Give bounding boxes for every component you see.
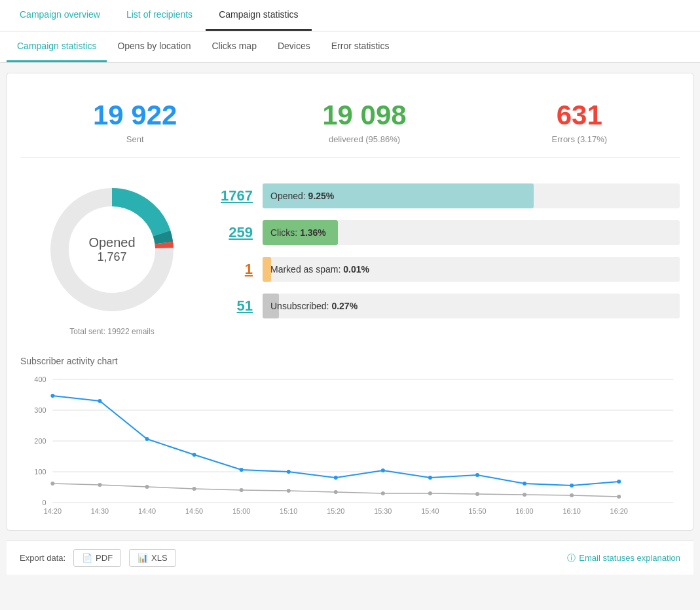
svg-point-20 — [334, 476, 338, 480]
subtab-clicks-map[interactable]: Clicks map — [201, 31, 267, 62]
bar-row-spam: 1 Marked as spam: 0.01% — [217, 257, 680, 282]
bar-number-clicks[interactable]: 259 — [217, 224, 253, 241]
svg-text:14:30: 14:30 — [91, 507, 109, 515]
subtab-opens-location[interactable]: Opens by location — [107, 31, 201, 62]
svg-point-36 — [475, 492, 479, 496]
svg-point-35 — [428, 491, 432, 495]
stat-errors: 631 Errors (3.17%) — [552, 100, 608, 144]
chart-section: Subscriber activity chart 400 300 200 10… — [20, 349, 680, 517]
email-status-link[interactable]: ⓘ Email statuses explanation — [567, 552, 680, 564]
bar-container-opened: Opened: 9.25% — [263, 183, 680, 208]
bar-container-clicks: Clicks: 1.36% — [263, 220, 680, 245]
bar-label-unsub: Unsubscribed: 0.27% — [263, 301, 358, 311]
sent-label: Sent — [93, 134, 177, 144]
svg-text:100: 100 — [34, 468, 46, 476]
svg-point-32 — [287, 489, 291, 493]
donut-label: Opened — [88, 235, 135, 250]
email-status-label: Email statuses explanation — [579, 553, 680, 563]
footer: Export data: 📄 PDF 📊 XLS ⓘ Email statuse… — [7, 541, 693, 575]
svg-text:16:20: 16:20 — [610, 507, 628, 515]
pdf-icon: 📄 — [82, 553, 92, 563]
xls-label: XLS — [151, 553, 168, 563]
errors-value: 631 — [552, 100, 608, 131]
footer-left: Export data: 📄 PDF 📊 XLS — [20, 549, 176, 567]
svg-text:16:00: 16:00 — [515, 507, 533, 515]
sub-tabs-container: Campaign statistics Opens by location Cl… — [0, 31, 700, 63]
bar-label-opened: Opened: 9.25% — [263, 191, 334, 201]
tab-list-recipients[interactable]: List of recipients — [113, 0, 206, 31]
svg-point-22 — [428, 476, 432, 480]
donut-total: Total sent: 19922 emails — [69, 327, 154, 336]
svg-text:15:50: 15:50 — [468, 507, 486, 515]
pdf-label: PDF — [96, 553, 113, 563]
info-icon: ⓘ — [567, 552, 576, 564]
svg-text:16:10: 16:10 — [563, 507, 581, 515]
export-pdf-button[interactable]: 📄 PDF — [73, 549, 121, 567]
bar-container-unsub: Unsubscribed: 0.27% — [263, 294, 680, 318]
stats-row: 19 922 Sent 19 098 delivered (95.86%) 63… — [20, 86, 680, 158]
bar-row-clicks: 259 Clicks: 1.36% — [217, 220, 680, 245]
svg-point-27 — [50, 482, 54, 486]
subtab-devices[interactable]: Devices — [267, 31, 321, 62]
svg-point-30 — [193, 487, 196, 491]
bar-row-opened: 1767 Opened: 9.25% — [217, 183, 680, 208]
chart-area: 400 300 200 100 0 — [20, 373, 680, 517]
svg-text:14:50: 14:50 — [185, 507, 203, 515]
svg-point-26 — [617, 480, 621, 484]
bar-number-unsub[interactable]: 51 — [217, 297, 253, 315]
svg-point-34 — [381, 491, 385, 495]
svg-point-29 — [145, 485, 149, 489]
bar-number-opened[interactable]: 1767 — [217, 187, 253, 204]
activity-chart-svg: 400 300 200 100 0 — [20, 373, 680, 517]
bar-container-spam: Marked as spam: 0.01% — [263, 257, 680, 282]
svg-text:15:00: 15:00 — [232, 507, 250, 515]
tab-campaign-statistics[interactable]: Campaign statistics — [206, 0, 311, 31]
subtab-campaign-stats[interactable]: Campaign statistics — [7, 31, 107, 62]
svg-point-31 — [240, 488, 244, 492]
main-content: 19 922 Sent 19 098 delivered (95.86%) 63… — [7, 73, 693, 531]
svg-point-21 — [381, 468, 385, 472]
svg-text:14:20: 14:20 — [44, 507, 62, 515]
svg-point-28 — [98, 483, 101, 487]
bar-row-unsub: 51 Unsubscribed: 0.27% — [217, 294, 680, 318]
donut-center: Opened 1,767 — [88, 235, 135, 264]
export-label: Export data: — [20, 553, 65, 563]
svg-point-17 — [193, 453, 196, 457]
sent-value: 19 922 — [93, 100, 177, 131]
stat-delivered: 19 098 delivered (95.86%) — [322, 100, 406, 144]
svg-point-24 — [523, 482, 526, 486]
svg-point-23 — [475, 473, 479, 477]
svg-text:15:10: 15:10 — [280, 507, 297, 515]
svg-text:200: 200 — [34, 437, 46, 445]
svg-point-37 — [523, 493, 526, 497]
bar-label-clicks: Clicks: 1.36% — [263, 227, 326, 238]
svg-text:15:30: 15:30 — [374, 507, 392, 515]
svg-text:300: 300 — [34, 406, 46, 414]
stats-bars: 1767 Opened: 9.25% 259 Clicks: 1.36% 1 — [204, 183, 680, 330]
delivered-label: delivered (95.86%) — [322, 134, 406, 144]
donut-chart: Opened 1,767 — [40, 178, 184, 322]
svg-point-25 — [570, 484, 574, 487]
svg-point-14 — [50, 394, 54, 398]
svg-point-39 — [617, 495, 621, 499]
xls-icon: 📊 — [138, 553, 148, 563]
chart-title: Subscriber activity chart — [20, 356, 680, 366]
middle-section: Opened 1,767 Total sent: 19922 emails 17… — [20, 171, 680, 349]
svg-point-18 — [240, 468, 244, 472]
stat-sent: 19 922 Sent — [93, 100, 177, 144]
export-xls-button[interactable]: 📊 XLS — [129, 549, 176, 567]
svg-point-38 — [570, 493, 574, 497]
tab-campaign-overview[interactable]: Campaign overview — [7, 0, 113, 31]
errors-label: Errors (3.17%) — [552, 134, 608, 144]
svg-text:15:40: 15:40 — [421, 507, 439, 515]
svg-point-33 — [334, 490, 338, 494]
subtab-error-stats[interactable]: Error statistics — [321, 31, 400, 62]
delivered-value: 19 098 — [322, 100, 406, 131]
donut-value: 1,767 — [88, 250, 135, 264]
svg-text:400: 400 — [34, 375, 46, 383]
svg-point-16 — [145, 437, 149, 441]
svg-point-19 — [287, 470, 291, 474]
bar-number-spam[interactable]: 1 — [217, 261, 253, 278]
svg-text:0: 0 — [42, 499, 46, 506]
top-tabs-container: Campaign overview List of recipients Cam… — [0, 0, 700, 31]
